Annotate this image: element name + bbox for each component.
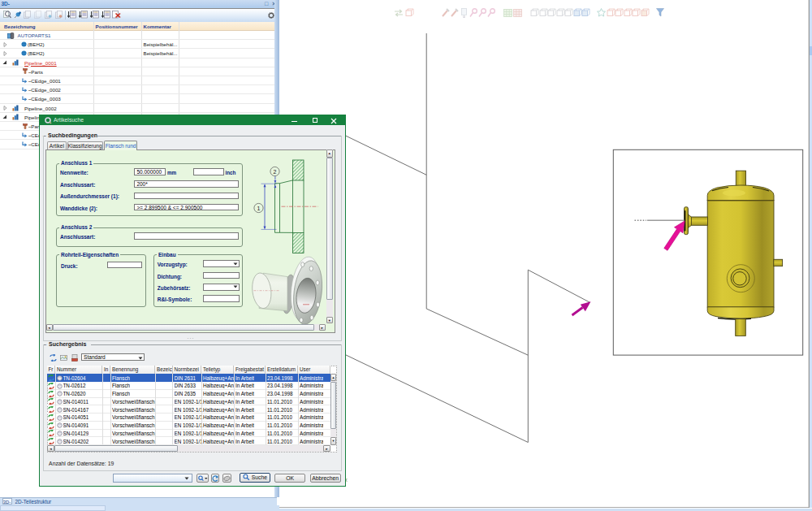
svg-text:1: 1 bbox=[257, 205, 261, 210]
svg-text:2: 2 bbox=[274, 168, 277, 174]
